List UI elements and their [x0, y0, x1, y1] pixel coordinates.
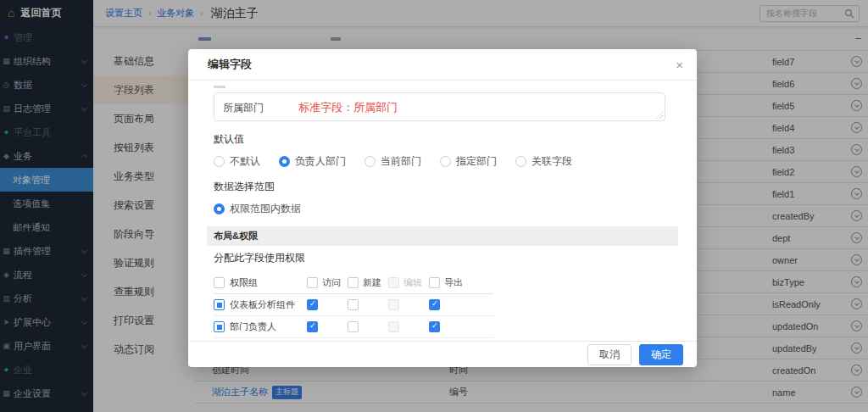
default-value-option[interactable]: 负责人部门 [279, 154, 346, 169]
column-checkbox[interactable] [348, 277, 359, 288]
data-scope-options: 权限范围内数据 [214, 202, 671, 216]
default-value-option[interactable]: 指定部门 [440, 154, 497, 169]
permission-cell [429, 321, 470, 332]
permission-checkbox [388, 299, 399, 310]
default-value-options: 不默认负责人部门当前部门指定部门关联字段 [214, 154, 671, 169]
permission-cell [307, 299, 348, 310]
permission-column-label: 访问 [322, 276, 341, 289]
default-value-option-label: 关联字段 [531, 154, 572, 169]
row-indeterminate-checkbox[interactable] [214, 299, 225, 310]
permission-cell [388, 299, 429, 310]
permission-cell [388, 321, 429, 332]
close-icon[interactable]: × [676, 58, 683, 71]
permission-column-访问: 访问 [307, 276, 348, 289]
permission-checkbox[interactable] [307, 299, 318, 310]
modal-header: 编辑字段 × [188, 49, 697, 81]
default-value-option[interactable]: 当前部门 [364, 154, 421, 169]
column-checkbox[interactable] [429, 277, 440, 288]
data-scope-label: 数据选择范围 [214, 180, 671, 194]
permission-checkbox[interactable] [348, 299, 359, 310]
permission-checkbox[interactable] [307, 321, 318, 332]
permission-column-label: 编辑 [403, 276, 422, 289]
scrolled-label-remnant [214, 86, 225, 88]
permission-row: 部门负责人 [214, 316, 493, 338]
permission-cell [348, 321, 388, 332]
default-value-label: 默认值 [214, 132, 671, 147]
column-checkbox[interactable] [307, 277, 318, 288]
modal-body: 所属部门 标准字段：所属部门 默认值 不默认负责人部门当前部门指定部门关联字段 … [188, 81, 697, 341]
radio-unselected-icon [364, 156, 376, 167]
permission-cell [307, 321, 348, 332]
layout-permission-bar: 布局&权限 [207, 226, 678, 246]
modal-title: 编辑字段 [208, 57, 252, 72]
standard-field-annotation: 标准字段：所属部门 [298, 101, 398, 114]
default-value-option-label: 指定部门 [456, 154, 497, 169]
permission-row-label: 仪表板分析组件 [230, 298, 295, 311]
permission-column-导出: 导出 [429, 276, 470, 289]
permission-row: 仪表板分析组件 [214, 294, 493, 316]
permission-group-column: 权限组 [214, 276, 307, 289]
data-scope-option[interactable]: 权限范围内数据 [214, 202, 301, 216]
permission-checkbox[interactable] [348, 321, 359, 332]
default-value-option-label: 不默认 [230, 154, 260, 169]
radio-unselected-icon [515, 156, 526, 167]
radio-unselected-icon [440, 156, 451, 167]
permission-cell [429, 299, 470, 310]
permission-row-name: 仪表板分析组件 [214, 298, 307, 311]
permission-header-row: 权限组访问新建编辑导出 [214, 272, 493, 294]
permission-subtitle: 分配此字段使用权限 [214, 251, 671, 265]
cancel-button[interactable]: 取消 [587, 344, 632, 365]
select-all-checkbox[interactable] [214, 277, 225, 288]
ok-button[interactable]: 确定 [639, 344, 683, 365]
default-value-option-label: 负责人部门 [295, 154, 346, 169]
permission-column-编辑: 编辑 [388, 276, 429, 289]
permission-row: 员工 [214, 338, 493, 341]
radio-selected-icon [214, 203, 225, 214]
data-scope-option-label: 权限范围内数据 [230, 202, 301, 216]
permission-row-name: 部门负责人 [214, 320, 307, 333]
permission-group-label: 权限组 [230, 276, 258, 289]
column-checkbox [388, 277, 399, 288]
radio-selected-icon [279, 156, 290, 167]
field-name-input[interactable]: 所属部门 标准字段：所属部门 [214, 92, 665, 121]
edit-field-modal: 编辑字段 × 所属部门 标准字段：所属部门 默认值 不默认负责人部门当前部门指定… [188, 49, 697, 367]
permission-checkbox[interactable] [429, 299, 440, 310]
radio-unselected-icon [214, 156, 225, 167]
permission-cell [348, 299, 388, 310]
permission-column-label: 导出 [444, 276, 463, 289]
default-value-option[interactable]: 不默认 [214, 154, 260, 169]
permission-checkbox[interactable] [429, 321, 440, 332]
default-value-option[interactable]: 关联字段 [515, 154, 572, 169]
permission-table: 权限组访问新建编辑导出仪表板分析组件部门负责人员工部门管理员 [214, 272, 493, 341]
row-indeterminate-checkbox[interactable] [214, 321, 225, 332]
default-value-option-label: 当前部门 [381, 154, 421, 169]
permission-row-label: 部门负责人 [230, 320, 276, 333]
permission-column-label: 新建 [363, 276, 381, 289]
permission-column-新建: 新建 [348, 276, 388, 289]
app-root: ⌂ 返回首页 ●管理▦组织结构◷数据▤日志管理●平台工具◆业务对象管理选项值集邮… [0, 0, 868, 412]
modal-footer: 取消 确定 [188, 341, 697, 367]
permission-checkbox [388, 321, 399, 332]
field-name-value: 所属部门 [223, 102, 264, 114]
